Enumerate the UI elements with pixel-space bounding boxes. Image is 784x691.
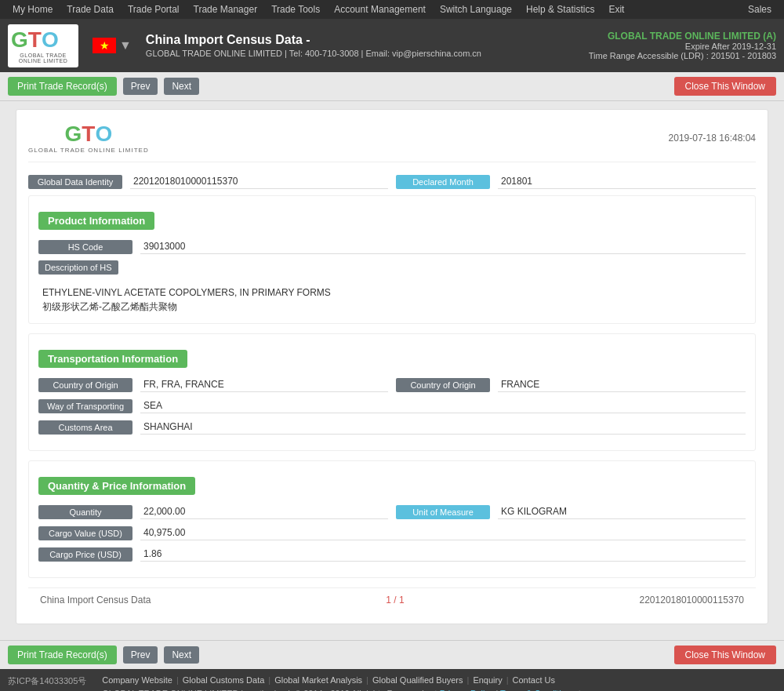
- desc-of-hs-label: Description of HS: [38, 260, 118, 275]
- header: GTO GLOBAL TRADE ONLINE LIMITED ★ ▼ Chin…: [0, 19, 784, 72]
- global-data-identity-label: Global Data Identity: [28, 175, 122, 189]
- cargo-price-value: 1.86: [140, 547, 746, 562]
- global-data-identity-row: Global Data Identity 2201201801000011537…: [28, 174, 756, 189]
- quantity-section: Quantity & Price Information Quantity 22…: [28, 460, 756, 578]
- prev-button-bottom[interactable]: Prev: [123, 646, 158, 664]
- way-value: SEA: [140, 398, 746, 413]
- footer-global-market[interactable]: Global Market Analysis: [274, 675, 362, 685]
- header-right: GLOBAL TRADE ONLINE LIMITED (A) Expire A…: [589, 31, 776, 60]
- quantity-row: Quantity 22,000.00 Unit of Measure KG KI…: [38, 504, 746, 519]
- record-logo: GTO GLOBAL TRADE ONLINE LIMITED: [28, 122, 149, 154]
- nav-right-sales: Sales: [748, 4, 778, 15]
- footer-copyright: GLOBAL TRADE ONLINE LIMITED is authorize…: [102, 688, 776, 691]
- country-origin2-value: FRANCE: [498, 377, 746, 392]
- ldr-range: Time Range Accessible (LDR) : 201501 - 2…: [589, 51, 776, 60]
- footer-contact[interactable]: Contact Us: [513, 675, 555, 685]
- cargo-price-label: Cargo Price (USD): [38, 547, 132, 562]
- header-subtitle: GLOBAL TRADE ONLINE LIMITED | Tel: 400-7…: [146, 49, 481, 58]
- company-name: GLOBAL TRADE ONLINE LIMITED (A): [589, 31, 776, 42]
- prev-button-top[interactable]: Prev: [123, 78, 158, 95]
- quantity-value: 22,000.00: [140, 504, 388, 519]
- global-data-identity-value: 22012018010000115370: [130, 174, 388, 189]
- country-origin1-value: FR, FRA, FRANCE: [140, 377, 388, 392]
- declared-month-label: Declared Month: [396, 175, 490, 189]
- quantity-section-header: Quantity & Price Information: [38, 477, 195, 495]
- next-button-top[interactable]: Next: [164, 78, 199, 95]
- page-title: China Import Census Data -: [146, 33, 481, 47]
- cargo-value-label: Cargo Value (USD): [38, 526, 132, 540]
- cargo-value-row: Cargo Value (USD) 40,975.00: [38, 526, 746, 540]
- customs-label: Customs Area: [38, 420, 132, 435]
- card-footer-left: China Import Census Data: [40, 595, 151, 606]
- close-button-bottom[interactable]: Close This Window: [674, 646, 776, 664]
- footer-global-customs[interactable]: Global Customs Data: [183, 675, 265, 685]
- country-origin-row: Country of Origin FR, FRA, FRANCE Countr…: [38, 377, 746, 392]
- print-button-bottom[interactable]: Print Trade Record(s): [8, 646, 117, 664]
- nav-exit[interactable]: Exit: [602, 0, 630, 19]
- country-origin1-label: Country of Origin: [38, 378, 132, 392]
- print-button-top[interactable]: Print Trade Record(s): [8, 77, 117, 96]
- footer-company-website[interactable]: Company Website: [102, 675, 172, 685]
- nav-account-mgmt[interactable]: Account Management: [328, 0, 432, 19]
- top-toolbar: Print Trade Record(s) Prev Next Close Th…: [0, 72, 784, 101]
- country-origin2-label: Country of Origin: [396, 378, 490, 392]
- unit-value: KG KILOGRAM: [498, 504, 746, 519]
- next-button-bottom[interactable]: Next: [164, 646, 199, 664]
- desc-english: ETHYLENE-VINYL ACETATE COPOLYMERS, IN PR…: [42, 287, 746, 298]
- hs-code-row: HS Code 39013000: [38, 239, 746, 254]
- customs-value: SHANGHAI: [140, 420, 746, 435]
- desc-chinese: 初级形状乙烯-乙酸乙烯酯共聚物: [42, 300, 746, 314]
- close-button-top[interactable]: Close This Window: [674, 77, 776, 96]
- transport-section: Transportation Information Country of Or…: [28, 333, 756, 451]
- nav-trade-data[interactable]: Trade Data: [60, 0, 120, 19]
- way-of-transporting-row: Way of Transporting SEA: [38, 398, 746, 413]
- header-title-area: China Import Census Data - GLOBAL TRADE …: [146, 33, 481, 58]
- top-nav: My Home Trade Data Trade Portal Trade Ma…: [0, 0, 784, 19]
- card-footer-center: 1 / 1: [386, 595, 404, 606]
- nav-trade-portal[interactable]: Trade Portal: [122, 0, 186, 19]
- footer-links: Company Website | Global Customs Data | …: [102, 675, 776, 685]
- product-section: Product Information HS Code 39013000 Des…: [28, 195, 756, 324]
- china-flag: ★: [93, 38, 116, 53]
- footer-global-qualified[interactable]: Global Qualified Buyers: [372, 675, 463, 685]
- cargo-price-row: Cargo Price (USD) 1.86: [38, 547, 746, 562]
- record-header: GTO GLOBAL TRADE ONLINE LIMITED 2019-07-…: [28, 122, 756, 162]
- card-footer: China Import Census Data 1 / 1 220120180…: [28, 587, 756, 612]
- transport-section-header: Transportation Information: [38, 350, 187, 368]
- record-card: GTO GLOBAL TRADE ONLINE LIMITED 2019-07-…: [16, 109, 768, 624]
- nav-trade-manager[interactable]: Trade Manager: [187, 0, 264, 19]
- bottom-toolbar: Print Trade Record(s) Prev Next Close Th…: [0, 640, 784, 669]
- icp-number: 苏ICP备14033305号: [8, 675, 86, 687]
- logo-box: GTO GLOBAL TRADE ONLINE LIMITED: [8, 24, 78, 67]
- declared-month-value: 201801: [498, 174, 756, 189]
- customs-area-row: Customs Area SHANGHAI: [38, 420, 746, 435]
- flag-area: ★ ▼: [93, 38, 132, 53]
- site-footer: 苏ICP备14033305号 Company Website | Global …: [0, 669, 784, 691]
- cargo-value-value: 40,975.00: [140, 526, 746, 540]
- card-footer-right: 22012018010000115370: [640, 595, 744, 606]
- logo-area: GTO GLOBAL TRADE ONLINE LIMITED ★ ▼ Chin…: [8, 24, 481, 67]
- product-section-header: Product Information: [38, 212, 154, 230]
- quantity-label: Quantity: [38, 505, 132, 519]
- footer-enquiry[interactable]: Enquiry: [473, 675, 502, 685]
- flag-dropdown-icon[interactable]: ▼: [119, 38, 132, 53]
- nav-my-home[interactable]: My Home: [6, 0, 59, 19]
- unit-label: Unit of Measure: [396, 505, 490, 519]
- way-label: Way of Transporting: [38, 399, 132, 413]
- record-timestamp: 2019-07-18 16:48:04: [669, 133, 756, 144]
- expire-date: Expire After 2019-12-31: [589, 42, 776, 51]
- nav-switch-lang[interactable]: Switch Language: [434, 0, 518, 19]
- nav-items: My Home Trade Data Trade Portal Trade Ma…: [6, 0, 630, 19]
- hs-code-label: HS Code: [38, 240, 132, 254]
- main-content: GTO GLOBAL TRADE ONLINE LIMITED 2019-07-…: [0, 101, 784, 640]
- nav-trade-tools[interactable]: Trade Tools: [265, 0, 326, 19]
- record-logo-sub: GLOBAL TRADE ONLINE LIMITED: [28, 147, 149, 154]
- hs-code-value: 39013000: [140, 239, 746, 254]
- nav-help-stats[interactable]: Help & Statistics: [520, 0, 601, 19]
